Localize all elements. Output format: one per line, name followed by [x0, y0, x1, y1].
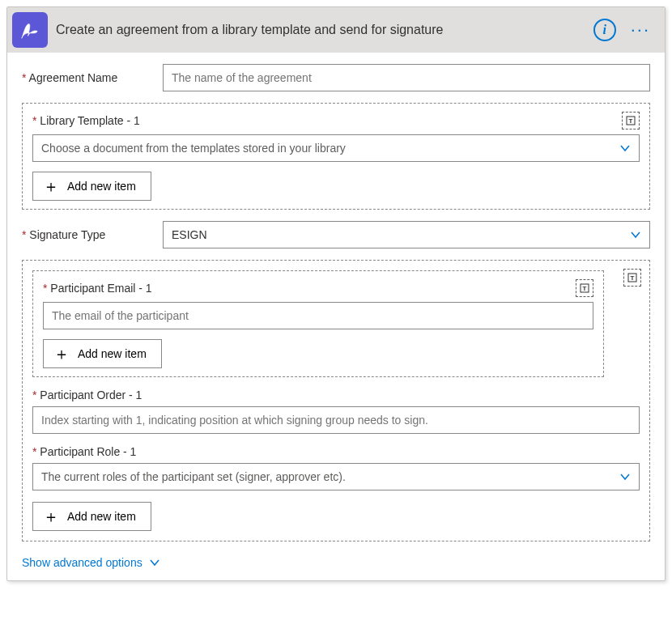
- library-template-group: * Library Template - 1 T Choose a docume…: [22, 103, 650, 210]
- add-participant-email-button[interactable]: ＋ Add new item: [43, 339, 162, 368]
- signature-type-select[interactable]: ESIGN: [163, 221, 650, 248]
- participant-email-input[interactable]: [43, 302, 593, 329]
- chevron-down-icon: [630, 229, 641, 240]
- svg-text:T: T: [631, 274, 635, 282]
- add-library-template-button[interactable]: ＋ Add new item: [32, 172, 151, 201]
- participant-order-block: * Participant Order - 1: [32, 389, 640, 434]
- array-mode-toggle-icon[interactable]: T: [622, 112, 640, 130]
- participant-role-block: * Participant Role - 1 The current roles…: [32, 445, 640, 490]
- participants-group: T * Participant Email - 1 T ＋ Add new it…: [22, 260, 650, 541]
- signature-type-value: ESIGN: [172, 228, 207, 241]
- array-mode-toggle-icon[interactable]: T: [576, 279, 593, 297]
- plus-icon: ＋: [53, 346, 70, 362]
- participant-order-label: * Participant Order - 1: [32, 389, 640, 401]
- more-options-button[interactable]: ···: [624, 19, 657, 40]
- adobe-acrobat-icon: [12, 12, 48, 48]
- chevron-down-icon: [619, 471, 631, 482]
- agreement-name-label: * Agreement Name: [22, 71, 151, 84]
- participant-email-group: * Participant Email - 1 T ＋ Add new item: [32, 270, 604, 377]
- action-card: Create an agreement from a library templ…: [6, 6, 666, 581]
- add-participant-label: Add new item: [67, 510, 136, 523]
- card-header: Create an agreement from a library templ…: [7, 7, 665, 53]
- participant-email-label: * Participant Email - 1: [43, 282, 152, 295]
- advanced-options-label: Show advanced options: [22, 556, 142, 569]
- svg-text:T: T: [629, 117, 633, 125]
- agreement-name-row: * Agreement Name: [22, 64, 650, 91]
- chevron-down-icon: [149, 557, 160, 568]
- add-participant-button[interactable]: ＋ Add new item: [32, 502, 151, 531]
- info-button[interactable]: i: [593, 19, 616, 41]
- add-participant-email-label: Add new item: [78, 347, 147, 360]
- plus-icon: ＋: [43, 508, 59, 524]
- library-template-placeholder: Choose a document from the templates sto…: [41, 142, 346, 155]
- library-template-label: * Library Template - 1: [32, 114, 140, 127]
- card-title: Create an agreement from a library templ…: [56, 23, 585, 37]
- participant-role-select[interactable]: The current roles of the participant set…: [32, 463, 640, 490]
- card-body: * Agreement Name * Library Template - 1 …: [7, 53, 665, 580]
- signature-type-row: * Signature Type ESIGN: [22, 221, 650, 248]
- add-library-template-label: Add new item: [67, 180, 136, 193]
- agreement-name-input[interactable]: [163, 64, 650, 91]
- show-advanced-options-link[interactable]: Show advanced options: [22, 554, 160, 571]
- participant-order-input[interactable]: [32, 406, 640, 434]
- participant-role-placeholder: The current roles of the participant set…: [41, 470, 346, 483]
- plus-icon: ＋: [43, 178, 59, 194]
- signature-type-label: * Signature Type: [22, 228, 151, 241]
- svg-text:T: T: [583, 285, 587, 292]
- chevron-down-icon: [619, 142, 631, 154]
- library-template-select[interactable]: Choose a document from the templates sto…: [32, 134, 640, 162]
- array-mode-toggle-icon[interactable]: T: [623, 269, 641, 287]
- participant-role-label: * Participant Role - 1: [32, 445, 640, 458]
